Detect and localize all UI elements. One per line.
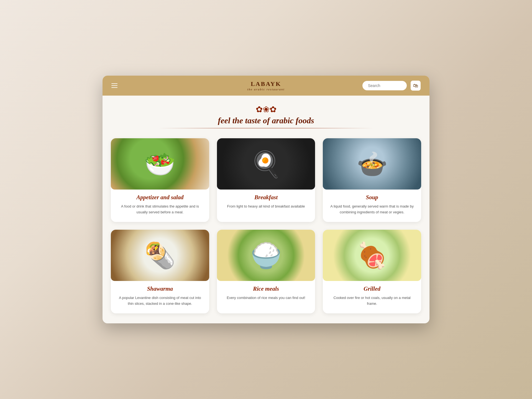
hero-section: ✿❀✿ feel the taste of arabic foods (103, 96, 429, 138)
cart-icon: 🛍 (413, 83, 418, 89)
search-input[interactable] (362, 81, 407, 90)
card-image-soup (323, 138, 421, 190)
card-desc-soup: A liquid food, generally served warm tha… (323, 204, 421, 215)
card-title-shawarma: Shawarma (111, 285, 209, 292)
card-image-rice-meals (217, 230, 315, 281)
card-title-soup: Soup (323, 194, 421, 201)
category-card-rice-meals[interactable]: Rice meals Every combination of rice mea… (217, 230, 315, 313)
category-card-shawarma[interactable]: Shawarma A popular Levantine dish consis… (111, 230, 209, 313)
card-image-breakfast (217, 138, 315, 190)
hero-ornament: ✿❀✿ (108, 104, 424, 114)
navbar: LABAYK the arabic restaurant 🛍 (103, 76, 429, 96)
hero-title: feel the taste of arabic foods (108, 116, 424, 125)
menu-icon[interactable] (111, 83, 117, 88)
category-card-appetizer[interactable]: Appetizer and salad A food or drink that… (111, 138, 209, 222)
nav-left (111, 83, 117, 88)
card-title-rice-meals: Rice meals (217, 285, 315, 292)
hero-divider (158, 128, 374, 128)
category-card-grilled[interactable]: Grilled Cooked over fire or hot coals, u… (323, 230, 421, 313)
card-title-breakfast: Breakfast (217, 194, 315, 201)
cart-button[interactable]: 🛍 (411, 81, 421, 91)
brand-name: LABAYK (247, 80, 285, 88)
category-card-breakfast[interactable]: Breakfast From light to heavy all kind o… (217, 138, 315, 222)
card-image-shawarma (111, 230, 209, 281)
nav-center: LABAYK the arabic restaurant (247, 80, 285, 91)
card-image-grilled (323, 230, 421, 281)
categories-grid: Appetizer and salad A food or drink that… (103, 138, 429, 323)
nav-right: 🛍 (362, 81, 421, 91)
card-desc-breakfast: From light to heavy all kind of breakfas… (217, 204, 315, 209)
card-desc-grilled: Cooked over fire or hot coals, usually o… (323, 295, 421, 307)
card-desc-shawarma: A popular Levantine dish consisting of m… (111, 295, 209, 307)
card-title-appetizer: Appetizer and salad (111, 194, 209, 201)
card-desc-appetizer: A food or drink that stimulates the appe… (111, 204, 209, 215)
card-title-grilled: Grilled (323, 285, 421, 292)
card-image-appetizer (111, 138, 209, 190)
app-window: LABAYK the arabic restaurant 🛍 ✿❀✿ feel … (103, 76, 429, 323)
brand-subtitle: the arabic restaurant (247, 88, 285, 91)
category-card-soup[interactable]: Soup A liquid food, generally served war… (323, 138, 421, 222)
card-desc-rice-meals: Every combination of rice meals you can … (217, 295, 315, 301)
